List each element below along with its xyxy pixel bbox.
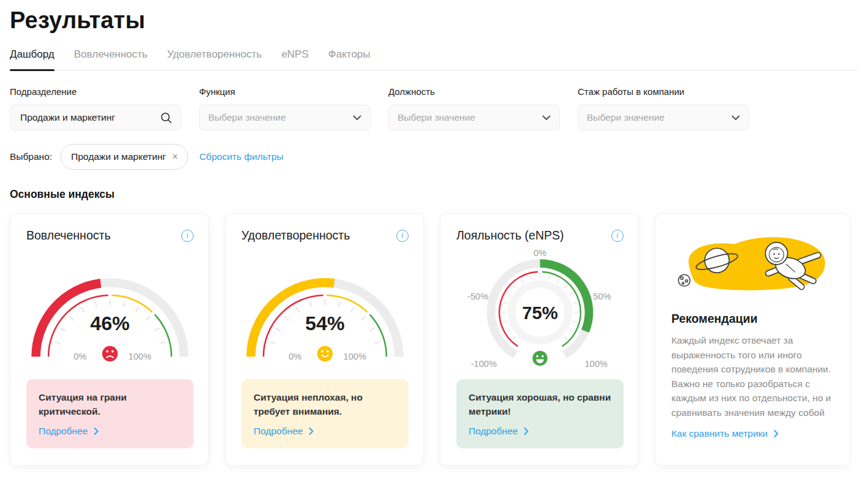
chevron-down-icon: [353, 115, 361, 121]
recommendations-title: Рекомендации: [671, 312, 834, 326]
filter-function-label: Функция: [199, 86, 371, 97]
svg-text:100%: 100%: [344, 352, 366, 361]
alert-text: Ситуация хорошая, но сравни метрики!: [469, 391, 611, 418]
details-link[interactable]: Подробнее: [254, 426, 314, 437]
selected-filter-chip[interactable]: Продажи и маркетинг ×: [61, 144, 188, 170]
filter-position-label: Должность: [388, 86, 560, 97]
alert-text: Ситуация на грани критической.: [39, 391, 181, 418]
selected-label: Выбрано:: [10, 151, 52, 162]
card-satisfaction: Удовлетворенность i 54%0%100% Ситуация н…: [225, 213, 424, 466]
svg-text:-100%: -100%: [471, 359, 497, 369]
page-title: Результаты: [10, 7, 858, 34]
enps-gauge: 75%-100%-50%0%50%100%: [456, 243, 624, 379]
moon-icon: [678, 274, 690, 286]
filter-department: Подразделение: [10, 86, 181, 130]
chevron-right-icon: [524, 428, 529, 435]
enps-alert: Ситуация хорошая, но сравни метрики! Под…: [456, 379, 624, 448]
svg-text:0%: 0%: [534, 248, 546, 258]
function-select-placeholder: Выбери значение: [208, 112, 353, 123]
card-header: Лояльность (eNPS) i: [456, 228, 624, 243]
department-search-control[interactable]: [10, 105, 181, 130]
card-header: Удовлетворенность i: [241, 228, 409, 243]
chevron-right-icon: [309, 428, 314, 435]
chevron-down-icon: [542, 115, 551, 121]
svg-text:100%: 100%: [129, 352, 151, 361]
card-title: Удовлетворенность: [241, 228, 350, 243]
svg-text:54%: 54%: [305, 312, 344, 334]
card-enps: Лояльность (eNPS) i 75%-100%-50%0%50%100…: [440, 213, 639, 466]
chevron-right-icon: [94, 428, 99, 435]
engagement-gauge: 46%0%100%: [26, 243, 194, 379]
tab-engagement[interactable]: Вовлеченность: [74, 48, 148, 70]
details-link[interactable]: Подробнее: [469, 426, 529, 437]
position-select-placeholder: Выбери значение: [398, 112, 542, 123]
svg-text:0%: 0%: [74, 352, 86, 361]
tab-bar: Дашборд Вовлеченность Удовлетворенность …: [10, 48, 858, 70]
tab-dashboard[interactable]: Дашборд: [10, 48, 55, 70]
chevron-down-icon: [731, 115, 740, 121]
astronaut-illustration: [671, 228, 834, 300]
svg-text:75%: 75%: [522, 303, 558, 323]
recommendations-body: Каждый индекс отвечает за выраженность т…: [671, 333, 834, 420]
compare-metrics-link[interactable]: Как сравнить метрики: [671, 428, 834, 439]
card-title: Вовлеченность: [26, 228, 111, 243]
search-icon[interactable]: [160, 112, 172, 124]
tab-enps[interactable]: eNPS: [281, 48, 308, 70]
function-select[interactable]: Выбери значение: [199, 105, 371, 130]
satisfaction-alert: Ситуация неплохая, но требует внимания. …: [241, 379, 409, 448]
satisfaction-gauge: 54%0%100%: [241, 243, 409, 379]
position-select[interactable]: Выбери значение: [388, 105, 560, 130]
filter-department-label: Подразделение: [10, 86, 181, 97]
reset-filters-link[interactable]: Сбросить фильтры: [199, 151, 283, 162]
dashboard-page: Результаты Дашборд Вовлеченность Удовлет…: [0, 0, 868, 466]
tenure-select-placeholder: Выбери значение: [587, 112, 731, 123]
chevron-right-icon: [774, 430, 779, 437]
card-header: Вовлеченность i: [26, 228, 194, 243]
svg-text:100%: 100%: [584, 359, 607, 369]
details-link[interactable]: Подробнее: [39, 426, 99, 437]
svg-text:46%: 46%: [90, 312, 129, 334]
filter-tenure-label: Стаж работы в компании: [578, 86, 749, 97]
card-title: Лояльность (eNPS): [456, 228, 564, 243]
tab-satisfaction[interactable]: Удовлетворенность: [167, 48, 262, 70]
chip-label: Продажи и маркетинг: [71, 151, 166, 162]
svg-text:-50%: -50%: [467, 292, 488, 301]
section-title: Основные индексы: [10, 188, 858, 201]
filters-row: Подразделение Функция Выбери значение До…: [10, 86, 858, 130]
index-cards-row: Вовлеченность i 46%0%100% Ситуация на гр…: [10, 213, 858, 466]
filter-tenure: Стаж работы в компании Выбери значение: [578, 86, 749, 130]
department-search-input[interactable]: [19, 111, 160, 124]
filter-position: Должность Выбери значение: [388, 86, 560, 130]
svg-text:0%: 0%: [289, 352, 301, 361]
selected-filters-row: Выбрано: Продажи и маркетинг × Сбросить …: [10, 144, 858, 170]
card-recommendations: Рекомендации Каждый индекс отвечает за в…: [655, 213, 850, 466]
chip-remove-icon[interactable]: ×: [172, 152, 178, 162]
tenure-select[interactable]: Выбери значение: [578, 105, 749, 130]
info-icon[interactable]: i: [181, 230, 194, 242]
info-icon[interactable]: i: [611, 230, 624, 242]
engagement-alert: Ситуация на грани критической. Подробнее: [26, 379, 194, 448]
tab-factors[interactable]: Факторы: [328, 48, 371, 70]
info-icon[interactable]: i: [396, 230, 409, 242]
alert-text: Ситуация неплохая, но требует внимания.: [254, 391, 396, 418]
svg-text:50%: 50%: [593, 292, 611, 301]
card-engagement: Вовлеченность i 46%0%100% Ситуация на гр…: [10, 213, 209, 466]
filter-function: Функция Выбери значение: [199, 86, 371, 130]
